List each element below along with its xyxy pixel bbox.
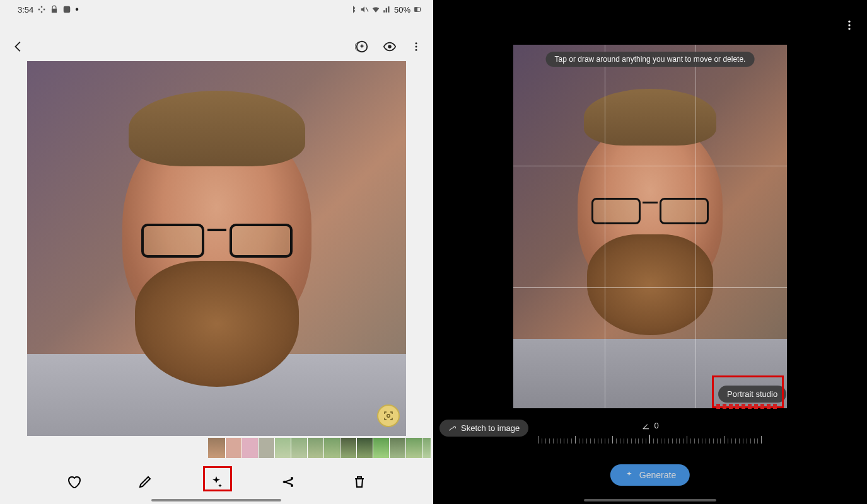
edit-canvas[interactable]	[513, 45, 787, 408]
thumbnail-strip[interactable]	[208, 438, 431, 458]
rotation-slider[interactable]	[538, 435, 762, 444]
delete-icon[interactable]	[352, 474, 367, 490]
svg-line-1	[366, 8, 368, 12]
angle-text: 0	[654, 421, 658, 430]
edit-top-bar	[843, 19, 856, 34]
svg-point-11	[291, 477, 293, 479]
app-icon	[62, 5, 71, 14]
grid-line	[695, 45, 696, 408]
angle-icon	[641, 421, 650, 430]
thumbnail[interactable]	[324, 438, 340, 458]
eye-icon[interactable]	[383, 40, 397, 54]
generate-label: Generate	[639, 470, 676, 480]
thumbnail[interactable]	[406, 438, 422, 458]
battery-icon	[413, 5, 422, 14]
signal-icon	[383, 5, 392, 14]
ai-edit-panel: Tap or draw around anything you want to …	[433, 0, 867, 504]
mute-icon	[360, 5, 369, 14]
instruction-tooltip: Tap or draw around anything you want to …	[546, 52, 755, 67]
nav-handle[interactable]	[151, 499, 281, 501]
lock-icon	[50, 5, 59, 14]
svg-point-12	[283, 481, 286, 483]
svg-rect-0	[64, 6, 71, 13]
edit-icon[interactable]	[137, 474, 153, 490]
sketch-to-image-button[interactable]: Sketch to image	[439, 420, 528, 437]
thumbnail[interactable]	[259, 438, 275, 458]
thumbnail[interactable]	[242, 438, 259, 458]
gallery-top-bar	[0, 33, 433, 60]
svg-point-10	[387, 415, 390, 418]
grid-line	[513, 166, 787, 166]
share-icon[interactable]	[281, 474, 296, 490]
thumbnail[interactable]	[422, 438, 431, 458]
generate-button[interactable]: Generate	[610, 464, 690, 486]
object-select-fab[interactable]	[377, 404, 400, 427]
svg-point-8	[416, 46, 417, 48]
portrait-image	[27, 61, 406, 436]
grid-line	[513, 287, 787, 288]
more-vert-icon[interactable]	[410, 40, 422, 54]
battery-percent: 50%	[394, 5, 410, 14]
annotation-highlight	[203, 466, 232, 491]
thumbnail[interactable]	[291, 438, 308, 458]
status-left: 3:54 •	[18, 4, 79, 14]
thumbnail[interactable]	[373, 438, 390, 458]
back-icon[interactable]	[11, 40, 25, 54]
wifi-icon	[371, 5, 380, 14]
svg-rect-4	[421, 8, 421, 11]
sketch-label: Sketch to image	[461, 423, 520, 433]
rotation-value: 0	[641, 421, 658, 430]
dot-icon: •	[75, 4, 79, 14]
gallery-view-panel: 3:54 • 50%	[0, 0, 433, 504]
nav-handle[interactable]	[584, 499, 716, 501]
thumbnail[interactable]	[340, 438, 357, 458]
status-time: 3:54	[18, 5, 33, 14]
svg-point-14	[848, 21, 850, 23]
grid-line	[605, 45, 605, 408]
hash-icon	[37, 5, 46, 14]
svg-point-6	[388, 45, 392, 49]
bluetooth-icon	[349, 5, 358, 14]
thumbnail[interactable]	[275, 438, 291, 458]
svg-point-9	[416, 49, 417, 51]
remaster-icon[interactable]	[355, 40, 369, 54]
thumbnail[interactable]	[390, 438, 406, 458]
main-photo[interactable]	[27, 61, 406, 436]
status-right: 50%	[349, 5, 422, 14]
sketch-icon	[448, 424, 457, 433]
thumbnail[interactable]	[208, 438, 226, 458]
svg-point-7	[416, 42, 417, 44]
svg-point-15	[848, 24, 850, 26]
svg-rect-3	[414, 8, 417, 12]
thumbnail[interactable]	[357, 438, 373, 458]
favorite-icon[interactable]	[66, 474, 81, 490]
thumbnail[interactable]	[226, 438, 242, 458]
svg-point-13	[291, 484, 293, 487]
scan-icon	[383, 410, 394, 421]
more-vert-icon[interactable]	[843, 19, 856, 32]
annotation-highlight	[712, 375, 784, 408]
status-bar: 3:54 • 50%	[0, 0, 433, 19]
sparkle-icon	[624, 470, 634, 480]
svg-point-16	[848, 28, 850, 30]
thumbnail[interactable]	[308, 438, 324, 458]
